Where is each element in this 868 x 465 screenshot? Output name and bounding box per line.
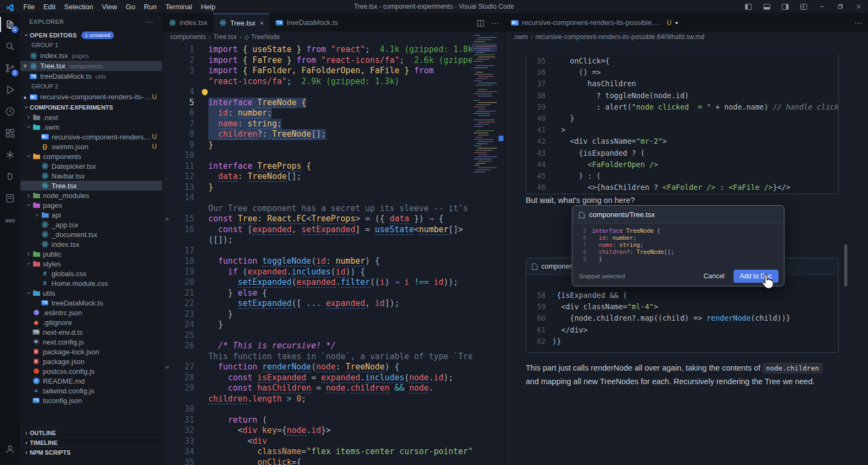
section-outline[interactable]: ›OUTLINE: [21, 428, 162, 437]
menu-help[interactable]: Help: [196, 0, 220, 14]
activity-aws[interactable]: aws: [0, 209, 21, 231]
layout-sidebar-right-icon[interactable]: [776, 0, 794, 14]
tree-item-package-json[interactable]: npackage.json: [21, 356, 162, 366]
code-line[interactable]: 28 const isExpanded = expanded.includes(…: [163, 373, 505, 384]
tree-item-readme-md[interactable]: iREADME.md: [21, 376, 162, 386]
split-editor-icon[interactable]: [477, 18, 484, 27]
project-section-header[interactable]: › COMPONENT-EXPERIMENTS: [21, 102, 162, 112]
minimap[interactable]: [472, 31, 497, 465]
code-line[interactable]: ≡27 function renderNode(node: TreeNode) …: [163, 362, 505, 373]
snippet-line[interactable]: 35 onClick={: [526, 55, 838, 67]
open-editor-item[interactable]: ●M↓recursive-component-renders-its-pos..…: [21, 92, 162, 102]
activity-extension-history[interactable]: [0, 100, 21, 122]
code-line[interactable]: 13}: [163, 182, 505, 193]
code-line[interactable]: 21 } else {: [163, 288, 505, 299]
code-line[interactable]: Our Tree component has a secret up its s…: [163, 203, 505, 214]
close-icon[interactable]: [850, 0, 868, 14]
tree-item-components[interactable]: ›components: [21, 151, 162, 161]
activity-explorer[interactable]: 1: [0, 14, 21, 35]
snippet-line[interactable]: 40 }: [526, 113, 838, 124]
code-line[interactable]: 8 children?: TreeNode[];: [163, 129, 505, 140]
tree-item-tree-tsx[interactable]: Tree.tsx: [21, 181, 162, 190]
code-line[interactable]: 7 name: string;: [163, 119, 505, 130]
code-line[interactable]: 20 setExpanded(expanded.filter((i) ⇒ i !…: [163, 277, 505, 288]
tree-item-styles[interactable]: ›styles: [21, 259, 162, 269]
code-line[interactable]: 25: [163, 330, 505, 341]
tree-item-home-module-css[interactable]: #Home.module.css: [21, 278, 162, 288]
code-line[interactable]: "react-icons/fa"; 2.9k (gzipped: 1.3k): [163, 77, 505, 87]
tree-item-postcss-config-js[interactable]: postcss.config.js: [21, 366, 162, 376]
code-editor[interactable]: 1import { useState } from "react"; 4.1k …: [163, 42, 505, 465]
more-actions-icon[interactable]: ···: [854, 18, 863, 27]
tree-item--document-tsx[interactable]: _document.tsx: [21, 230, 162, 239]
customize-layout-icon[interactable]: [794, 0, 813, 14]
tree-item-tailwind-config-js[interactable]: ≈tailwind.config.js: [21, 386, 162, 396]
tree-item-treedatamock-ts[interactable]: TStreeDataMock.ts: [21, 298, 162, 308]
tree-item-package-lock-json[interactable]: npackage-lock.json: [21, 347, 162, 356]
code-line[interactable]: children.length > 0;: [163, 394, 505, 405]
open-editors-header[interactable]: ›OPEN EDITORS1 unsaved: [21, 30, 162, 40]
breadcrumb-item[interactable]: recursive-component-renders-its-possible…: [535, 33, 704, 41]
snippet-line[interactable]: 38 ? toggleNode(node.id): [526, 90, 838, 101]
activity-extension-c[interactable]: [0, 165, 21, 187]
tree-item-utils[interactable]: ›utils: [21, 288, 162, 298]
snippet-line[interactable]: 58 {isExpanded && (: [526, 290, 838, 301]
menu-edit[interactable]: Edit: [39, 0, 60, 14]
section-timeline[interactable]: ›TIMELINE: [21, 437, 162, 447]
snippet-line[interactable]: 62)}: [526, 336, 838, 347]
tree-item-navbar-tsx[interactable]: Navbar.tsx: [21, 171, 162, 181]
snippet-line[interactable]: 43 {isExpanded ? (: [526, 148, 838, 159]
menu-selection[interactable]: Selection: [60, 0, 97, 14]
snippet-line[interactable]: 45 ) : (: [526, 170, 838, 182]
tab-treedatamock-ts[interactable]: TStreeDataMock.ts: [270, 14, 344, 31]
code-line[interactable]: 34 className="flex items-center cursor-p…: [163, 447, 505, 457]
code-line[interactable]: ≡15const Tree: React.FC<TreeProps> = ({ …: [163, 214, 505, 225]
tree-item-datepicker-tsx[interactable]: Datepicker.tsx: [21, 161, 162, 171]
close-icon[interactable]: ×: [260, 19, 264, 27]
code-line[interactable]: 33 <div: [163, 436, 505, 447]
section-npm-scripts[interactable]: ›NPM SCRIPTS: [21, 447, 162, 457]
code-line[interactable]: 12 data: TreeNode[];: [163, 171, 505, 182]
breadcrumb-item[interactable]: components: [170, 33, 206, 41]
minimize-icon[interactable]: [813, 0, 831, 14]
breadcrumb-item[interactable]: TreeNode: [251, 33, 280, 41]
menu-view[interactable]: View: [98, 0, 122, 14]
snippet-line[interactable]: 46 <>{hasChildren ? <FaFolder /> : <FaFi…: [526, 182, 838, 193]
tree-item-recursive-component-renders-its-pos-[interactable]: M↓recursive-component-renders-its-pos...…: [21, 132, 162, 142]
snippet-line[interactable]: 60 {node.children?.map((child) => render…: [526, 313, 838, 324]
activity-account[interactable]: [0, 438, 21, 460]
activity-extension-d[interactable]: [0, 187, 21, 209]
code-line[interactable]: 16 const [expanded, setExpanded] = useSt…: [163, 225, 505, 235]
snippet-line[interactable]: 42 <div className="mr-2">: [526, 136, 838, 147]
code-line[interactable]: 19 if (expanded.includes(id)) {: [163, 267, 505, 278]
layout-sidebar-icon[interactable]: [739, 0, 757, 14]
code-line[interactable]: This function takes in `node`, a variabl…: [163, 352, 505, 362]
code-line[interactable]: 29 const hasChildren = node.children && …: [163, 383, 505, 394]
code-line[interactable]: 1import { useState } from "react"; 4.1k …: [163, 44, 505, 55]
tree-item--swm[interactable]: ›.swm: [21, 122, 162, 132]
code-line[interactable]: 24 }: [163, 320, 505, 330]
menu-terminal[interactable]: Terminal: [161, 0, 196, 14]
tree-item-pages[interactable]: ›pages: [21, 200, 162, 210]
add-to-doc-button[interactable]: Add to Doc: [733, 270, 778, 283]
tree-item-api[interactable]: ›api: [21, 210, 162, 220]
activity-extensions[interactable]: [0, 122, 21, 144]
snippet-line[interactable]: 44 <FaFolderOpen />: [526, 159, 838, 170]
code-line[interactable]: 17: [163, 246, 505, 257]
activity-search[interactable]: [0, 35, 21, 57]
code-line[interactable]: 6 id: number;: [163, 108, 505, 119]
code-line[interactable]: 18 function toggleNode(id: number) {: [163, 256, 505, 267]
menu-run[interactable]: Run: [139, 0, 161, 14]
tree-item--eslintrc-json[interactable]: .eslintrc.json: [21, 308, 162, 317]
code-line[interactable]: 35 onClick={: [163, 457, 505, 465]
breadcrumb[interactable]: .swm›recursive-component-renders-its-pos…: [505, 31, 868, 42]
tree-item-public[interactable]: ›public: [21, 249, 162, 259]
close-icon[interactable]: ×: [21, 62, 29, 70]
tab-index-tsx[interactable]: index.tsx: [163, 14, 213, 31]
code-line[interactable]: 31 return (: [163, 415, 505, 426]
code-line[interactable]: 11interface TreeProps {: [163, 161, 505, 172]
code-line[interactable]: 9}: [163, 140, 505, 151]
open-editor-item[interactable]: TStreeDataMock.tsutils: [21, 71, 162, 81]
more-actions-icon[interactable]: ···: [145, 17, 154, 26]
layout-panel-icon[interactable]: [757, 0, 776, 14]
